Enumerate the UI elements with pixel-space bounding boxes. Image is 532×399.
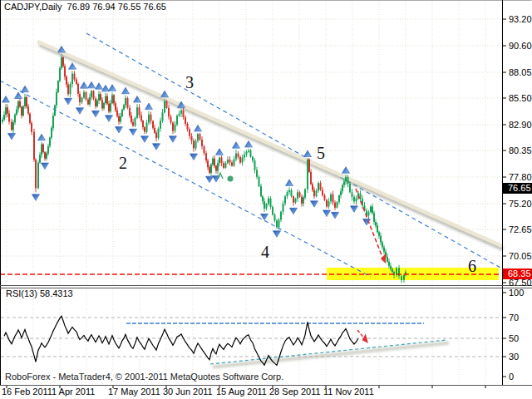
rsi-forecast-arrow xyxy=(357,330,372,345)
date-label: 16 Feb 2011 xyxy=(2,387,52,397)
date-label: 15 Aug 2011 xyxy=(216,387,267,397)
wave-label-2: 2 xyxy=(119,155,127,171)
date-label: 11 Nov 2011 xyxy=(323,387,374,397)
rsi-axis-label: 100 xyxy=(509,288,532,298)
entry-point-marker xyxy=(228,176,234,182)
price-axis-label: 80.35 xyxy=(509,146,532,155)
rsi-support-shadow xyxy=(213,343,449,367)
chart-title: CADJPY,Daily 76.89 76.94 76.55 76.65 xyxy=(4,2,166,12)
copyright-text: RoboForex - MetaTrader4, © 2001-2011 Met… xyxy=(5,372,283,382)
price-axis-label: 90.60 xyxy=(509,42,532,51)
price-axis-label: 93.20 xyxy=(509,15,532,24)
price-axis-label: 72.65 xyxy=(509,225,532,234)
date-label: 17 May 2011 xyxy=(108,387,160,397)
mt4-chart-window: CADJPY,Daily 76.89 76.94 76.55 76.65 93.… xyxy=(0,0,532,399)
wave-label-6: 6 xyxy=(468,258,476,274)
price-axis-label: 75.20 xyxy=(509,200,532,209)
current-price-badge: 76.65 xyxy=(503,183,532,194)
wave-label-5: 5 xyxy=(317,145,325,161)
rsi-axis-label: 70 xyxy=(509,313,532,323)
axis-ticks xyxy=(7,19,506,388)
date-label: 28 Sep 2011 xyxy=(269,387,321,397)
rsi-axis-label: 0 xyxy=(509,372,532,382)
price-axis-label: 67.50 xyxy=(509,278,532,288)
entry-arrow-icon xyxy=(218,173,223,179)
price-axis-label: 77.80 xyxy=(509,173,532,182)
trend-highlight-shadow xyxy=(40,45,504,249)
date-label: 1 Apr 2011 xyxy=(52,387,95,397)
price-axis-label: 85.50 xyxy=(509,94,532,103)
rsi-axis-label: 50 xyxy=(509,334,532,343)
date-label: 30 Jun 2011 xyxy=(163,387,213,397)
wave-label-4: 4 xyxy=(261,244,269,260)
price-axis-label: 88.05 xyxy=(509,68,532,77)
chart-canvas[interactable] xyxy=(0,0,532,399)
rsi-indicator-label: RSI(13) 58.4313 xyxy=(6,289,73,298)
wave-label-3: 3 xyxy=(185,74,194,91)
price-axis-label: 82.90 xyxy=(509,121,532,130)
rsi-axis-label: 30 xyxy=(509,352,532,362)
target-price-badge: 68.35 xyxy=(503,268,532,279)
price-axis-label: 70.05 xyxy=(509,252,532,261)
